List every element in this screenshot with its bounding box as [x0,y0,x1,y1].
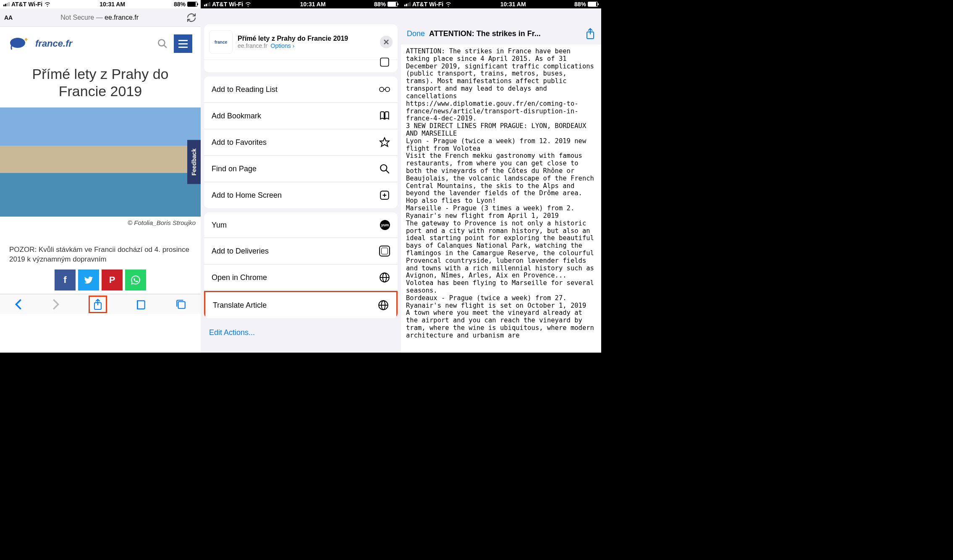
signal-icon [3,2,10,6]
twitter-button[interactable] [78,270,99,290]
action-translate-article[interactable]: Translate Article [204,291,398,318]
wifi-icon [245,2,251,7]
battery-pct: 88% [374,1,386,8]
signal-icon [204,2,210,6]
star-icon [379,137,390,148]
share-icon[interactable] [585,28,595,39]
share-title: Přímé lety z Prahy do Francie 2019 [238,35,375,42]
svg-marker-14 [380,138,389,147]
address-bar[interactable]: AA Not Secure — ee.france.fr [0,8,201,27]
feedback-tab[interactable]: Feedback [187,140,201,184]
site-header: france.fr [0,27,201,58]
deliveries-icon [379,246,390,256]
book-icon [379,110,390,121]
status-bar: AT&T Wi-Fi 10:31 AM 88% [0,0,201,8]
clock: 10:31 AM [300,1,326,8]
article-body: POZOR: Kvůli stávkám ve Francii dochází … [0,229,201,269]
svg-rect-7 [178,301,185,308]
svg-marker-1 [24,38,28,41]
safari-toolbar [0,294,201,314]
status-bar: AT&T Wi-Fi 10:31 AM 88% [401,0,601,8]
article-title: Přímé lety z Prahy do Francie 2019 [0,58,201,107]
refresh-icon[interactable] [186,13,196,23]
edit-actions-button[interactable]: Edit Actions... [201,322,401,343]
phone-share-sheet: AT&T Wi-Fi 10:31 AM 88% france Přímé let… [201,0,401,353]
action-yum[interactable]: Yum yum [204,212,398,238]
text-size-button[interactable]: AA [4,14,13,21]
svg-point-15 [380,165,387,171]
search-icon[interactable] [157,38,168,49]
done-bar: Done ATTENTION: The strikes in Fr... [401,8,601,44]
battery-pct: 88% [574,1,586,8]
action-find-on-page[interactable]: Find on Page [204,156,398,182]
signal-icon [404,2,411,6]
page-title: ATTENTION: The strikes in Fr... [429,29,581,38]
battery-icon [588,2,598,7]
back-button[interactable] [14,298,23,310]
action-row-partial[interactable] [204,60,398,72]
action-add-reading-list[interactable]: Add to Reading List [204,76,398,103]
social-row: f P [0,269,201,294]
share-header: france Přímé lety z Prahy do Francie 201… [204,24,398,60]
wifi-icon [44,2,51,7]
action-add-bookmark[interactable]: Add Bookmark [204,103,398,129]
menu-button[interactable] [174,34,192,53]
forward-button [52,298,60,310]
phone-translated: AT&T Wi-Fi 10:31 AM 88% Done ATTENTION: … [401,0,601,353]
share-thumbnail: france [209,30,233,54]
svg-point-11 [380,87,384,92]
wifi-icon [445,2,452,7]
plus-square-icon [379,190,390,201]
yum-icon: yum [380,220,390,230]
globe-icon [379,272,390,283]
battery-icon [187,2,197,7]
site-logo[interactable]: france.fr [8,35,72,52]
action-add-favorites[interactable]: Add to Favorites [204,129,398,156]
action-open-chrome[interactable]: Open in Chrome [204,264,398,291]
bookmarks-button[interactable] [136,299,147,310]
share-button[interactable] [89,296,107,313]
svg-point-0 [10,38,25,48]
clock: 10:31 AM [500,1,526,8]
url-label[interactable]: Not Secure — ee.france.fr [16,14,183,21]
image-credit: © Fotolia_Boris Stroujko [0,217,201,229]
hero-image: Feedback [0,107,201,217]
svg-point-2 [158,39,165,46]
facebook-button[interactable]: f [55,270,76,290]
glasses-icon [379,84,390,95]
carrier-label: AT&T Wi-Fi [412,1,443,8]
done-button[interactable]: Done [407,29,425,38]
svg-rect-10 [380,58,389,66]
action-add-deliveries[interactable]: Add to Deliveries [204,238,398,264]
status-bar: AT&T Wi-Fi 10:31 AM 88% [201,0,401,8]
whatsapp-button[interactable] [125,270,146,290]
clock: 10:31 AM [99,1,125,8]
tabs-button[interactable] [175,299,186,310]
svg-point-12 [385,87,390,92]
translated-text: ATTENTION: The strikes in France have be… [401,44,601,353]
carrier-label: AT&T Wi-Fi [11,1,42,8]
pinterest-button[interactable]: P [102,270,123,290]
battery-pct: 88% [174,1,186,8]
action-add-home-screen[interactable]: Add to Home Screen [204,182,398,208]
search-icon [379,163,390,174]
share-domain: ee.france.fr [238,42,267,49]
close-button[interactable] [380,36,393,48]
share-options-button[interactable]: Options › [271,42,295,49]
battery-icon [387,2,398,7]
carrier-label: AT&T Wi-Fi [212,1,243,8]
svg-line-3 [164,45,167,48]
globe-icon [378,300,389,311]
phone-safari: AT&T Wi-Fi 10:31 AM 88% AA Not Secure — … [0,0,201,353]
svg-line-16 [386,170,389,173]
